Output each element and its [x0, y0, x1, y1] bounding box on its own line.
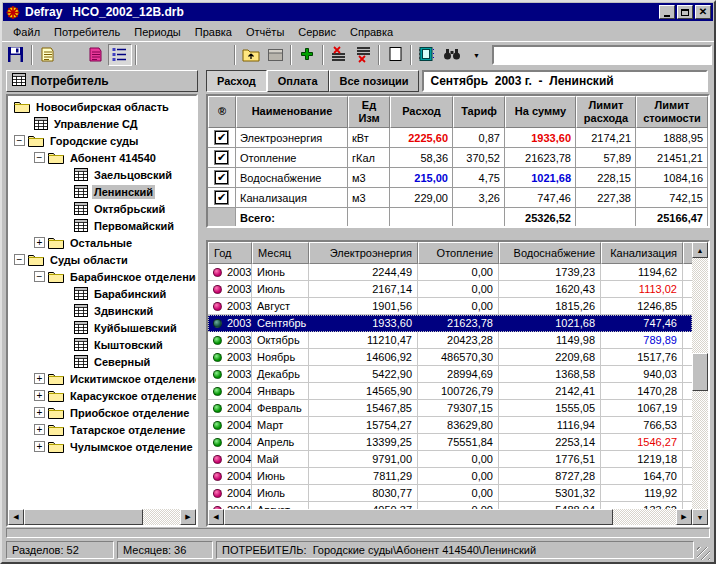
- minus-expander-icon[interactable]: −: [34, 152, 45, 163]
- history-row[interactable]: 2004Февраль15467,8579307,151555,051067,1…: [208, 400, 692, 417]
- history-row[interactable]: 2003Декабрь5422,9028994,691368,58940,03: [208, 366, 692, 383]
- tree-item[interactable]: Заельцовский: [8, 166, 196, 183]
- scroll-right-button[interactable]: ▶: [180, 509, 196, 525]
- title-bar[interactable]: Defray HCO_2002_12B.drb ✕: [3, 3, 713, 21]
- menu-item-4[interactable]: Отчёты: [239, 24, 291, 40]
- menu-item-5[interactable]: Сервис: [291, 24, 343, 40]
- report-magenta-button[interactable]: [83, 44, 107, 66]
- scroll-left-button[interactable]: ◀: [8, 509, 24, 525]
- history-horizontal-scrollbar[interactable]: ◀ ▶: [208, 509, 692, 525]
- scroll-track[interactable]: [24, 509, 180, 525]
- plus-expander-icon[interactable]: +: [34, 407, 45, 418]
- notebook-button[interactable]: [415, 44, 439, 66]
- archive-box-button[interactable]: [263, 44, 287, 66]
- scroll-thumb[interactable]: [692, 353, 708, 391]
- tree-item[interactable]: Первомайский: [8, 217, 196, 234]
- tree-item[interactable]: Октябрьский: [8, 200, 196, 217]
- plus-expander-icon[interactable]: +: [34, 390, 45, 401]
- history-column-header-5[interactable]: Канализация: [601, 242, 683, 264]
- close-button[interactable]: ✕: [695, 5, 711, 19]
- minimize-button[interactable]: [659, 5, 675, 19]
- menu-item-0[interactable]: Файл: [6, 24, 47, 40]
- scroll-up-button[interactable]: ▲: [692, 242, 708, 258]
- history-row[interactable]: 2004Май9791,000,001776,511219,18: [208, 451, 692, 468]
- history-row[interactable]: 2003Август1901,560,001815,261246,85: [208, 298, 692, 315]
- menu-item-1[interactable]: Потребитель: [47, 24, 127, 40]
- plus-expander-icon[interactable]: +: [34, 424, 45, 435]
- history-column-header-1[interactable]: Месяц: [252, 242, 309, 264]
- tree-item[interactable]: Новосибирская область: [8, 98, 196, 115]
- add-button[interactable]: [295, 44, 319, 66]
- tree-item[interactable]: −Суды области: [8, 251, 196, 268]
- history-row[interactable]: 2003Июль2167,140,001620,431113,02: [208, 281, 692, 298]
- tab-0[interactable]: Расход: [206, 70, 267, 92]
- save-button[interactable]: [4, 44, 28, 66]
- tree-item[interactable]: Северный: [8, 353, 196, 370]
- row-checkbox[interactable]: ✔: [215, 151, 228, 164]
- history-row[interactable]: 2003Сентябрь1933,6021623,781021,68747,46: [208, 315, 692, 332]
- tree-item[interactable]: −Барабинское отделение: [8, 268, 196, 285]
- history-row[interactable]: 2003Ноябрь14606,92486570,302209,681517,7…: [208, 349, 692, 366]
- tree-item[interactable]: −Городские суды: [8, 132, 196, 149]
- history-row[interactable]: 2003Октябрь11210,4720423,281149,98789,89: [208, 332, 692, 349]
- history-row[interactable]: 2004Август4050,370,005488,04133,62: [208, 502, 692, 509]
- numbered-list-button[interactable]: [108, 44, 132, 66]
- row-checkbox[interactable]: ✔: [215, 191, 228, 204]
- search-input[interactable]: [492, 45, 712, 65]
- tree-item[interactable]: Здвинский: [8, 302, 196, 319]
- history-row[interactable]: 2004Март15754,2783629,801116,94766,53: [208, 417, 692, 434]
- menu-item-3[interactable]: Правка: [188, 24, 239, 40]
- tab-2[interactable]: Все позиции: [329, 70, 420, 92]
- history-row[interactable]: 2004Июль8030,770,005301,32119,92: [208, 485, 692, 502]
- folder-up-button[interactable]: [239, 44, 263, 66]
- scroll-track[interactable]: [692, 258, 708, 509]
- history-row[interactable]: 2004Июнь7811,290,008727,28164,70: [208, 468, 692, 485]
- history-vertical-scrollbar[interactable]: ▲ ▼: [692, 242, 708, 525]
- history-column-header-0[interactable]: Год: [208, 242, 252, 264]
- history-row[interactable]: 2004Апрель13399,2575551,842253,141546,27: [208, 434, 692, 451]
- tree-item[interactable]: Управление СД: [8, 115, 196, 132]
- report-yellow-button[interactable]: [36, 44, 60, 66]
- menu-item-6[interactable]: Справка: [343, 24, 400, 40]
- history-row[interactable]: 2004Январь14565,90100726,792142,411470,2…: [208, 383, 692, 400]
- scroll-down-button[interactable]: ▼: [692, 509, 708, 525]
- tree-item[interactable]: Барабинский: [8, 285, 196, 302]
- scroll-thumb[interactable]: [24, 509, 143, 525]
- minus-expander-icon[interactable]: −: [14, 254, 25, 265]
- tree-item[interactable]: Куйбышевский: [8, 319, 196, 336]
- resize-grip[interactable]: [697, 547, 710, 560]
- delete-rows-bottom-button[interactable]: [352, 44, 376, 66]
- tree-item[interactable]: +Искитимское отделение: [8, 370, 196, 387]
- tree-item[interactable]: −Абонент 414540: [8, 149, 196, 166]
- minus-expander-icon[interactable]: −: [34, 271, 45, 282]
- tree-item[interactable]: +Приобское отделение: [8, 404, 196, 421]
- menu-item-2[interactable]: Периоды: [127, 24, 188, 40]
- row-checkbox[interactable]: ✔: [215, 171, 228, 184]
- history-row[interactable]: 2003Июнь2244,490,001739,231194,62: [208, 264, 692, 281]
- row-checkbox[interactable]: ✔: [215, 131, 228, 144]
- tree-item[interactable]: +Чулымское отделение: [8, 438, 196, 455]
- tree-item[interactable]: +Остальные: [8, 234, 196, 251]
- scroll-right-button[interactable]: ▶: [676, 509, 692, 525]
- tree-item[interactable]: +Карасукское отделение: [8, 387, 196, 404]
- find-dropdown-button[interactable]: ▼: [465, 44, 489, 66]
- plus-expander-icon[interactable]: +: [34, 373, 45, 384]
- tree-item[interactable]: Кыштовский: [8, 336, 196, 353]
- delete-rows-top-button[interactable]: [327, 44, 351, 66]
- panel-splitter[interactable]: [198, 94, 206, 527]
- scroll-left-button[interactable]: ◀: [208, 509, 224, 525]
- tree-item[interactable]: +Татарское отделение: [8, 421, 196, 438]
- tab-1[interactable]: Оплата: [267, 70, 329, 92]
- maximize-button[interactable]: [677, 5, 693, 19]
- find-button[interactable]: [440, 44, 464, 66]
- tree-horizontal-scrollbar[interactable]: ◀ ▶: [8, 509, 196, 525]
- history-column-header-3[interactable]: Отопление: [418, 242, 499, 264]
- tree-item[interactable]: Ленинский: [8, 183, 196, 200]
- blank-page-button[interactable]: [383, 44, 407, 66]
- plus-expander-icon[interactable]: +: [34, 441, 45, 452]
- history-column-header-2[interactable]: Электроэнергия: [309, 242, 418, 264]
- scroll-thumb[interactable]: [224, 509, 613, 525]
- minus-expander-icon[interactable]: −: [14, 135, 25, 146]
- history-column-header-4[interactable]: Водоснабжение: [499, 242, 601, 264]
- plus-expander-icon[interactable]: +: [34, 237, 45, 248]
